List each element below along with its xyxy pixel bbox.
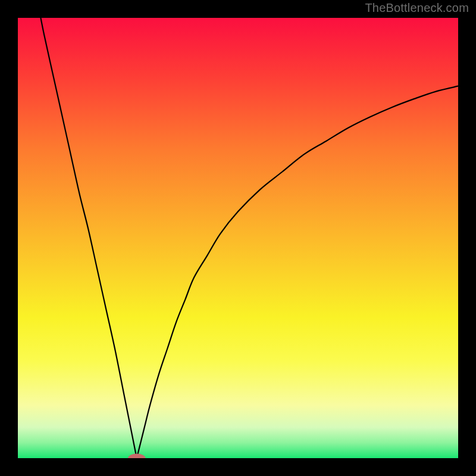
bottleneck-chart xyxy=(18,18,458,458)
chart-frame: TheBottleneck.com xyxy=(0,0,476,476)
watermark-text: TheBottleneck.com xyxy=(365,1,469,15)
chart-background xyxy=(18,18,458,458)
